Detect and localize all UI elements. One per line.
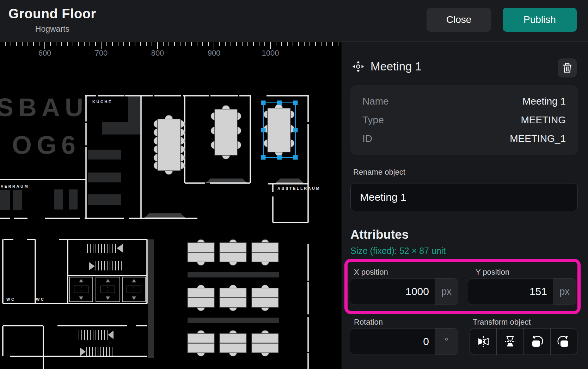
info-type-label: Type [362, 114, 384, 126]
x-position-label: X position [354, 268, 388, 277]
elevator-2 [96, 277, 120, 302]
stairs-lower [79, 330, 114, 356]
ruler-label: 700 [95, 49, 108, 57]
lockers [0, 189, 78, 210]
x-unit-suffix: px [435, 279, 458, 305]
elevator-1 [69, 277, 93, 302]
app-header: Ground Floor Hogwarts Close Publish [0, 0, 588, 42]
publish-button[interactable]: Publish [503, 8, 577, 32]
info-id-value: MEETING_1 [510, 133, 566, 144]
rotation-field: ° [350, 328, 458, 355]
selected-object-name: Meeting 1 [370, 60, 422, 73]
rename-object-label: Rename object [353, 168, 405, 177]
room-label-verraum: VERRAUM [1, 184, 29, 188]
info-row-name: Name Meeting 1 [362, 96, 566, 107]
move-icon [351, 60, 365, 73]
rotate-ccw-icon [530, 335, 544, 348]
floorplan-canvas[interactable]: 6007008009001000 SBAU OG6 [0, 42, 340, 369]
flip-horizontal-icon [477, 335, 490, 348]
title-group: Ground Floor Hogwarts [8, 6, 96, 34]
floor-plan-svg: 6007008009001000 SBAU OG6 [0, 42, 340, 369]
floorplan-editor: Ground Floor Hogwarts Close Publish 6007… [0, 0, 588, 369]
ruler-label: 800 [151, 49, 164, 57]
selected-object-header: Meeting 1 [351, 60, 422, 73]
ruler-label: 600 [38, 49, 51, 57]
info-type-value: MEETING [521, 114, 566, 126]
rotation-label: Rotation [354, 318, 383, 327]
x-position-field: px [350, 278, 458, 305]
trash-icon [563, 63, 572, 73]
kitchen-counters [88, 96, 140, 205]
info-row-id: ID MEETING_1 [362, 133, 566, 144]
elevators [69, 277, 146, 302]
y-position-input[interactable] [468, 279, 553, 305]
ruler: 6007008009001000 [5, 42, 338, 57]
page-subtitle: Hogwarts [35, 24, 69, 34]
size-fixed-note: Size (fixed): 52 × 87 unit [350, 246, 446, 256]
room-label-kueche: KÜCHE [92, 100, 112, 104]
info-name-value: Meeting 1 [522, 96, 566, 107]
close-button[interactable]: Close [427, 8, 491, 32]
room-label-wc-2: WC [36, 297, 45, 301]
elevator-3 [122, 277, 146, 302]
flip-horizontal-button[interactable] [470, 329, 496, 355]
y-unit-suffix: px [553, 279, 576, 305]
y-position-label: Y position [476, 268, 509, 277]
meeting-table-2[interactable] [211, 105, 241, 159]
x-position-input[interactable] [350, 279, 435, 305]
rotate-ccw-button[interactable] [523, 329, 550, 355]
plan-bg-text-1: SBAU [0, 93, 88, 121]
rotate-cw-button[interactable] [550, 329, 577, 355]
delete-object-button[interactable] [558, 58, 577, 77]
transform-button-group [470, 328, 577, 355]
rotation-unit-suffix: ° [435, 329, 458, 355]
desk-clusters [188, 239, 279, 356]
flip-vertical-button[interactable] [496, 329, 523, 355]
stairs-upper [87, 244, 123, 270]
meeting-table-1[interactable] [154, 115, 184, 175]
info-name-label: Name [362, 96, 389, 107]
room-label-abstellraum: ABSTELLRAUM [277, 186, 320, 190]
plan-bg-text-2: OG6 [12, 131, 80, 159]
attributes-heading: Attributes [350, 227, 409, 242]
object-info-card: Name Meeting 1 Type MEETING ID MEETING_1 [350, 85, 578, 155]
page-title: Ground Floor [8, 6, 96, 21]
inspector-panel: Meeting 1 Name Meeting 1 Type MEETING ID [341, 42, 588, 369]
ruler-label: 1000 [262, 49, 279, 57]
transform-object-label: Transform object [473, 318, 531, 327]
info-row-type: Type MEETING [362, 114, 566, 126]
rotation-input[interactable] [350, 329, 435, 355]
info-id-label: ID [362, 133, 372, 144]
rotate-cw-icon [557, 335, 570, 348]
room-label-wc-1: WC [6, 297, 15, 301]
sideboards [145, 179, 303, 218]
shaft-bar [148, 239, 154, 358]
rename-object-input[interactable] [350, 183, 578, 211]
flip-vertical-icon [504, 335, 516, 348]
y-position-field: px [468, 278, 576, 305]
ruler-label: 900 [208, 49, 221, 57]
meeting-table-3-selected[interactable] [264, 104, 294, 156]
